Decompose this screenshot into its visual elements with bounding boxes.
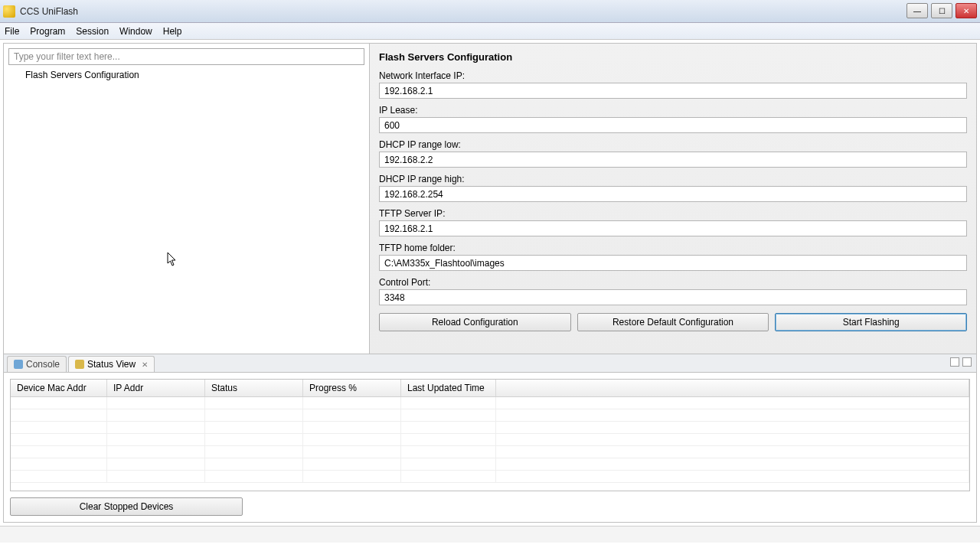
tabstrip: Console Status View ✕ (4, 354, 976, 373)
table-body (11, 397, 969, 483)
console-icon (14, 360, 23, 369)
label-ip-lease: IP Lease: (379, 105, 967, 116)
input-tftp-ip[interactable] (379, 220, 967, 236)
start-flashing-button[interactable]: Start Flashing (775, 313, 967, 331)
window-title: CCS UniFlash (20, 6, 78, 17)
maximize-button[interactable]: ☐ (931, 3, 952, 18)
menu-help[interactable]: Help (163, 26, 182, 37)
col-updated[interactable]: Last Updated Time (401, 380, 496, 396)
app-icon (3, 5, 15, 18)
table-row (11, 397, 969, 409)
table-row (11, 434, 969, 446)
label-control-port: Control Port: (379, 277, 967, 288)
menubar: File Program Session Window Help (0, 23, 980, 40)
input-control-port[interactable] (379, 289, 967, 305)
table-row (11, 422, 969, 434)
config-panel: Flash Servers Configuration Network Inte… (370, 44, 976, 354)
tree-item-flash-servers[interactable]: Flash Servers Configuration (8, 65, 364, 80)
col-progress[interactable]: Progress % (303, 380, 401, 396)
reload-config-button[interactable]: Reload Configuration (379, 313, 571, 331)
col-spacer (496, 380, 969, 396)
col-status[interactable]: Status (205, 380, 303, 396)
menu-session[interactable]: Session (76, 26, 109, 37)
minimize-view-button[interactable] (950, 357, 959, 367)
tab-console-label: Console (26, 359, 60, 370)
menu-program[interactable]: Program (30, 26, 65, 37)
table-row (11, 458, 969, 471)
workarea: Flash Servers Configuration Flash Server… (3, 43, 977, 523)
close-tab-icon[interactable]: ✕ (142, 360, 148, 369)
table-row (11, 409, 969, 422)
label-dhcp-high: DHCP IP range high: (379, 174, 967, 184)
lower-panel: Console Status View ✕ Device Mac Addr IP… (4, 354, 976, 522)
status-view-icon (75, 360, 84, 369)
status-table: Device Mac Addr IP Addr Status Progress … (10, 379, 970, 491)
maximize-view-button[interactable] (962, 357, 972, 367)
minimize-button[interactable]: — (906, 3, 928, 18)
label-tftp-home: TFTP home folder: (379, 243, 967, 253)
col-ip-addr[interactable]: IP Addr (107, 380, 205, 396)
tab-status-view-label: Status View (87, 359, 136, 370)
navigator-panel: Flash Servers Configuration (4, 44, 370, 354)
tab-console[interactable]: Console (7, 356, 67, 372)
titlebar: CCS UniFlash — ☐ ✕ (0, 0, 980, 23)
label-dhcp-low: DHCP IP range low: (379, 139, 967, 150)
menu-window[interactable]: Window (119, 26, 152, 37)
label-network-interface-ip: Network Interface IP: (379, 70, 967, 81)
restore-default-button[interactable]: Restore Default Configuration (577, 313, 769, 331)
close-button[interactable]: ✕ (956, 3, 977, 18)
input-tftp-home[interactable] (379, 255, 967, 271)
table-row (11, 446, 969, 458)
statusbar (0, 526, 980, 543)
input-ip-lease[interactable] (379, 117, 967, 133)
input-dhcp-low[interactable] (379, 152, 967, 168)
label-tftp-ip: TFTP Server IP: (379, 208, 967, 219)
input-dhcp-high[interactable] (379, 186, 967, 202)
config-heading: Flash Servers Configuration (379, 51, 967, 63)
col-device-mac[interactable]: Device Mac Addr (11, 380, 107, 396)
table-row (11, 471, 969, 483)
tab-status-view[interactable]: Status View ✕ (68, 356, 155, 372)
filter-input[interactable] (8, 48, 364, 65)
menu-file[interactable]: File (5, 26, 19, 37)
input-network-interface-ip[interactable] (379, 83, 967, 99)
clear-stopped-devices-button[interactable]: Clear Stopped Devices (10, 497, 243, 516)
